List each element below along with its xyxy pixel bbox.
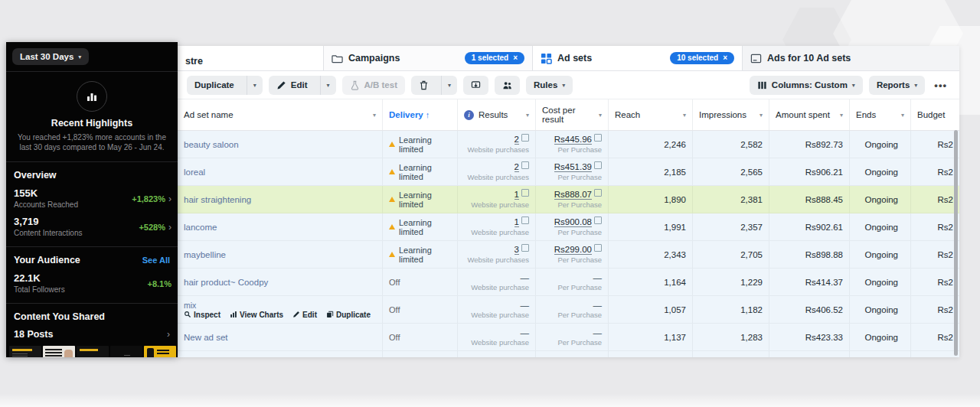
table-row[interactable]: lancome Learning limited 1 Website purch… <box>178 213 959 241</box>
chevron-down-icon[interactable]: ▾ <box>523 112 529 119</box>
chevron-down-icon[interactable]: ▾ <box>370 112 376 119</box>
tab-campaigns[interactable]: Campaigns 1 selected × <box>324 46 533 70</box>
table-row[interactable]: hair care Off — Website purchase — Per P… <box>178 351 959 357</box>
badge-close-icon[interactable]: × <box>723 54 727 62</box>
column-header-budget[interactable]: Budget <box>911 99 959 130</box>
cost-value-link[interactable]: — <box>593 301 603 310</box>
cost-value-link[interactable]: — <box>593 328 603 337</box>
cost-value-link[interactable]: Rs900.08 <box>554 217 592 227</box>
column-header-amount-spent[interactable]: Amount spent ▾ <box>769 99 850 130</box>
ad-set-name-link[interactable]: mix <box>184 301 376 310</box>
trend-peek-icon[interactable] <box>521 244 529 252</box>
edit-button[interactable]: Edit ▾ <box>269 76 336 95</box>
vertical-scrollbar[interactable] <box>954 130 958 356</box>
table-row[interactable]: mix Inspect View Charts <box>178 296 959 324</box>
stat-accounts-reached[interactable]: 155K Accounts Reached +1,823% › <box>6 181 178 209</box>
trend-peek-icon[interactable] <box>521 189 529 197</box>
export-button[interactable] <box>463 76 488 95</box>
result-value-link[interactable]: 3 <box>514 245 519 255</box>
tab-ads[interactable]: Ads for 10 Ad sets <box>743 46 959 70</box>
chevron-down-icon[interactable]: ▾ <box>680 112 686 119</box>
result-type-label: Website purchases <box>467 256 529 264</box>
chevron-down-icon[interactable]: ▾ <box>898 112 904 119</box>
delete-dropdown[interactable]: ▾ <box>441 76 457 95</box>
see-all-link[interactable]: See All <box>142 256 170 265</box>
post-thumbnail-offer-post[interactable] <box>9 346 41 357</box>
duplicate-action[interactable]: Duplicate <box>326 311 371 319</box>
trend-peek-icon[interactable] <box>521 217 529 224</box>
table-row[interactable]: New ad set Off — Website purchase — Per … <box>178 324 959 351</box>
cost-value-link[interactable]: Rs299.00 <box>554 245 592 255</box>
post-thumbnail-cradle-post[interactable] <box>110 346 142 357</box>
info-icon[interactable]: i <box>464 110 474 120</box>
date-range-selector[interactable]: Last 30 Days ▾ <box>12 48 89 65</box>
column-header-impressions[interactable]: Impressions ▾ <box>693 99 769 130</box>
ad-set-name-link[interactable]: beauty saloon <box>184 140 376 149</box>
table-row[interactable]: loreal Learning limited 2 Website purcha… <box>178 158 959 186</box>
edit-action[interactable]: Edit <box>292 311 317 319</box>
pencil-icon <box>292 311 300 318</box>
stat-total-followers[interactable]: 22.1K Total Followers +8.1% <box>6 265 178 294</box>
ad-set-name-link[interactable]: hair straightening <box>184 195 376 204</box>
ad-set-name-link[interactable]: maybelline <box>184 250 376 259</box>
trend-peek-icon[interactable] <box>594 244 602 252</box>
cost-value-link[interactable]: — <box>593 273 603 282</box>
ad-set-name-link[interactable]: loreal <box>184 168 376 177</box>
stat-content-interactions[interactable]: 3,719 Content Interactions +528% › <box>6 209 178 237</box>
campaigns-selected-badge[interactable]: 1 selected × <box>465 52 524 64</box>
result-value-link[interactable]: — <box>521 273 530 282</box>
cost-value-link[interactable]: Rs445.96 <box>554 135 592 145</box>
badge-close-icon[interactable]: × <box>513 54 518 62</box>
post-thumbnail-portrait-post[interactable] <box>77 346 109 357</box>
post-thumbnail-personal-brand-post[interactable] <box>43 346 75 357</box>
columns-button[interactable]: Columns: Custom ▾ <box>750 76 863 95</box>
rules-button[interactable]: Rules ▾ <box>526 76 573 95</box>
duplicate-dropdown[interactable]: ▾ <box>247 76 263 95</box>
cost-value-link[interactable]: Rs451.39 <box>554 162 592 172</box>
result-value-link[interactable]: 2 <box>514 135 519 145</box>
trend-peek-icon[interactable] <box>594 189 602 197</box>
tab-ad-sets[interactable]: Ad sets 10 selected × <box>533 46 743 70</box>
cost-value-link[interactable]: — <box>593 356 603 358</box>
ad-sets-selected-badge[interactable]: 10 selected × <box>670 52 734 64</box>
column-header-cost-per-result[interactable]: Cost per result ▾ <box>536 99 609 130</box>
result-value-link[interactable]: — <box>521 328 530 337</box>
column-header-ad-set-name[interactable]: Ad set name ▾ <box>178 99 383 130</box>
column-header-reach[interactable]: Reach ▾ <box>609 99 693 130</box>
table-row[interactable]: hair product~ Coodpy Off — Website purch… <box>178 269 959 296</box>
trend-peek-icon[interactable] <box>521 134 529 142</box>
tab-partial[interactable]: stre <box>178 46 324 70</box>
cost-value-link[interactable]: Rs888.07 <box>554 190 592 200</box>
result-value-link[interactable]: 1 <box>514 190 519 200</box>
audience-button[interactable] <box>495 76 520 95</box>
view-charts-action[interactable]: View Charts <box>230 311 283 319</box>
more-options-button[interactable]: ••• <box>931 80 950 91</box>
trend-peek-icon[interactable] <box>594 134 602 142</box>
column-header-delivery[interactable]: Delivery ↑ <box>383 99 458 130</box>
column-header-results[interactable]: i Results ▾ <box>458 99 536 130</box>
table-row[interactable]: maybelline Learning limited 3 Website pu… <box>178 241 959 269</box>
ad-set-name-link[interactable]: hair product~ Coodpy <box>184 278 376 287</box>
trend-peek-icon[interactable] <box>521 161 529 169</box>
chevron-down-icon[interactable]: ▾ <box>596 112 602 119</box>
chevron-down-icon[interactable]: ▾ <box>837 112 843 119</box>
table-row[interactable]: hair straightening Learning limited 1 We… <box>178 186 959 213</box>
trend-peek-icon[interactable] <box>594 161 602 169</box>
post-thumbnail-tips-post[interactable] <box>144 346 176 357</box>
inspect-action[interactable]: Inspect <box>184 311 220 319</box>
delete-button[interactable]: ▾ <box>411 76 457 95</box>
result-value-link[interactable]: — <box>521 356 530 358</box>
result-value-link[interactable]: 2 <box>514 162 519 172</box>
column-header-ends[interactable]: Ends ▾ <box>850 99 911 130</box>
edit-dropdown[interactable]: ▾ <box>320 76 336 95</box>
ad-set-name-link[interactable]: New ad set <box>184 333 376 342</box>
duplicate-button[interactable]: Duplicate ▾ <box>187 76 263 95</box>
result-value-link[interactable]: 1 <box>514 217 519 227</box>
ad-set-name-link[interactable]: lancome <box>184 223 376 232</box>
posts-row[interactable]: 18 Posts › <box>6 322 178 340</box>
chevron-down-icon[interactable]: ▾ <box>756 112 763 119</box>
table-row[interactable]: beauty saloon Learning limited 2 Website… <box>178 131 959 158</box>
result-value-link[interactable]: — <box>521 301 530 310</box>
reports-button[interactable]: Reports ▾ <box>869 76 925 95</box>
trend-peek-icon[interactable] <box>594 217 602 224</box>
